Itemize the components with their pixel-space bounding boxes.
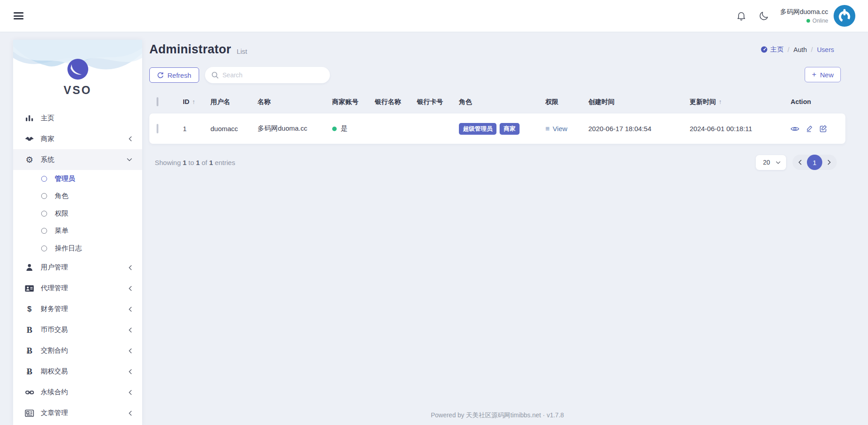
sidebar-item-user-management[interactable]: 用户管理 (13, 257, 142, 278)
breadcrumb-home[interactable]: 主页 (761, 45, 783, 54)
sidebar-item-agent-management[interactable]: 代理管理 (13, 278, 142, 299)
chart-bars-icon (24, 114, 34, 122)
chevron-left-icon (129, 136, 132, 142)
cell-created-at: 2020-06-17 18:04:54 (588, 125, 690, 132)
title-row: Administrator List 主页 / Auth / Users (149, 42, 834, 57)
column-header-id[interactable]: ID ↑ (183, 98, 210, 105)
page-subtitle: List (237, 47, 247, 55)
avatar[interactable] (834, 5, 855, 27)
page-footer: Powered by 天美社区源码网timibbs.net · v1.7.8 (149, 411, 845, 420)
prev-page-button[interactable] (793, 160, 807, 165)
select-all-checkbox[interactable] (157, 97, 158, 106)
column-header-action: Action (791, 98, 845, 105)
search-icon (211, 71, 219, 79)
chevron-left-icon (129, 390, 132, 395)
logo-icon (67, 59, 88, 80)
sidebar-subitem-administrator[interactable]: 管理员 (13, 170, 142, 188)
sidebar-item-spot-trading[interactable]: B 币币交易 (13, 320, 142, 340)
user-meta[interactable]: 多码网duoma.cc Online (780, 8, 828, 24)
id-card-icon (24, 285, 34, 292)
radio-circle-icon (41, 246, 47, 251)
footer-version: v1.7.8 (547, 411, 564, 419)
column-label: 银行卡号 (417, 98, 443, 106)
sidebar-subitem-operation-logs[interactable]: 操作日志 (13, 240, 142, 257)
role-badge[interactable]: 商家 (500, 123, 520, 135)
bitcoin-icon: Ƀ (24, 346, 34, 356)
role-badge[interactable]: 超级管理员 (459, 123, 496, 135)
column-label: 权限 (545, 98, 558, 106)
sidebar-item-options-trading[interactable]: Ƀ 期权交易 (13, 361, 142, 382)
search-input[interactable] (223, 71, 324, 79)
refresh-button[interactable]: Refresh (149, 67, 199, 83)
sidebar-item-label: 主页 (41, 114, 54, 123)
page-size-select[interactable]: 20 (756, 155, 786, 170)
sidebar-subitem-permissions[interactable]: 权限 (13, 205, 142, 222)
sidebar-item-finance-management[interactable]: $ 财务管理 (13, 299, 142, 320)
chevron-left-icon (129, 307, 132, 312)
edit-square-icon[interactable] (820, 125, 827, 132)
breadcrumb-users[interactable]: Users (817, 46, 834, 53)
column-header-bank-name[interactable]: 银行名称 (375, 98, 417, 106)
chevron-left-icon (129, 286, 132, 291)
sidebar-item-merchant[interactable]: 商家 (13, 128, 142, 149)
cell-roles: 超级管理员 商家 (459, 123, 545, 135)
chevron-left-icon (129, 411, 132, 416)
chain-link-icon (24, 390, 34, 395)
column-header-updated[interactable]: 更新时间 ↑ (690, 98, 791, 106)
page-size-value: 20 (763, 159, 770, 166)
summary-to: 1 (196, 159, 200, 166)
gauge-icon (761, 46, 768, 53)
next-page-button[interactable] (822, 160, 836, 165)
cell-merchant-account: 是 (332, 124, 375, 133)
sidebar-item-futures-contracts[interactable]: Ƀ 交割合约 (13, 340, 142, 361)
cell-actions (791, 125, 845, 132)
sidebar-item-label: 用户管理 (41, 263, 68, 272)
permission-view-link[interactable]: ≡ View (545, 125, 588, 133)
view-eye-icon[interactable] (791, 126, 799, 132)
sidebar-menu: 主页 商家 ⚙ 系统 管理员 角色 权限 (13, 108, 142, 424)
sidebar-item-label: 期权交易 (41, 367, 68, 376)
current-page-button[interactable]: 1 (807, 155, 822, 170)
sort-asc-icon[interactable]: ↑ (719, 98, 722, 105)
new-button[interactable]: + New (805, 67, 841, 82)
sidebar-item-system[interactable]: ⚙ 系统 (13, 149, 142, 170)
summary-text: to (188, 159, 194, 166)
sidebar-subitem-menus[interactable]: 菜单 (13, 222, 142, 240)
chevron-down-icon (127, 158, 132, 161)
sidebar-subitem-roles[interactable]: 角色 (13, 188, 142, 205)
topbar-right: 多码网duoma.cc Online (724, 5, 855, 27)
chevron-left-icon (129, 265, 132, 270)
permission-view-label: View (553, 125, 567, 132)
column-header-permission[interactable]: 权限 (545, 98, 588, 106)
logo-text: VSO (13, 84, 142, 97)
hamburger-menu-icon[interactable] (14, 11, 24, 21)
chevron-left-icon (129, 348, 132, 354)
sidebar-item-home[interactable]: 主页 (13, 108, 142, 128)
sidebar-item-perpetual-contracts[interactable]: 永续合约 (13, 382, 142, 403)
sidebar-subitem-label: 角色 (55, 192, 68, 200)
plus-icon: + (812, 70, 816, 79)
dark-mode-moon-icon[interactable] (758, 10, 769, 21)
sidebar-item-article-management[interactable]: 文章管理 (13, 403, 142, 424)
edit-pencil-icon[interactable] (806, 125, 813, 132)
entries-summary: Showing 1 to 1 of 1 entries (155, 159, 235, 166)
breadcrumb-separator: / (811, 46, 813, 53)
refresh-button-label: Refresh (167, 71, 191, 79)
sidebar-logo-area: VSO (13, 40, 142, 108)
column-label: 名称 (258, 98, 271, 106)
radio-circle-icon (41, 211, 47, 217)
sidebar: VSO 主页 商家 ⚙ 系统 (13, 40, 142, 425)
column-header-name[interactable]: 名称 (258, 98, 332, 106)
row-checkbox[interactable] (157, 124, 158, 133)
column-header-created[interactable]: 创建时间 (588, 98, 690, 106)
breadcrumb-auth[interactable]: Auth (793, 46, 807, 53)
column-header-roles[interactable]: 角色 (459, 98, 545, 106)
topbar: 多码网duoma.cc Online (0, 0, 868, 32)
chevron-down-icon (776, 161, 781, 164)
notifications-bell-icon[interactable] (736, 10, 747, 21)
column-header-username[interactable]: 用户名 (210, 98, 258, 106)
sort-asc-icon[interactable]: ↑ (192, 98, 196, 105)
column-header-merchant[interactable]: 商家账号 (332, 98, 375, 106)
gear-icon: ⚙ (24, 155, 34, 165)
column-header-bank-card[interactable]: 银行卡号 (417, 98, 459, 106)
